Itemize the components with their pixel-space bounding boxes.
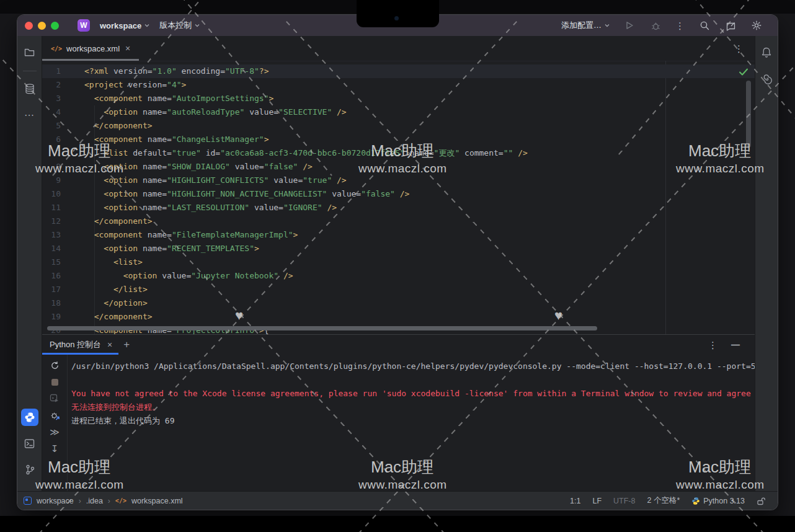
more-actions-menu[interactable]: ⋮: [675, 21, 685, 30]
close-console-tab-icon[interactable]: ×: [107, 340, 112, 350]
tab-workspace-xml[interactable]: </> workspace.xml ×: [42, 36, 139, 61]
close-window-button[interactable]: [25, 22, 33, 30]
search-everywhere-button[interactable]: [698, 19, 711, 32]
console-output[interactable]: /usr/bin/python3 /Applications/DataSpell…: [68, 355, 755, 492]
line-number: 4: [42, 105, 61, 119]
editor-options-menu[interactable]: ⋮: [734, 44, 744, 53]
project-tool-window-button[interactable]: [21, 43, 38, 61]
code-line[interactable]: 9 <option name="HIGHLIGHT_CONFLICTS" val…: [42, 174, 755, 187]
editor-area[interactable]: </> workspace.xml × ⋮ 1<?xml version="1.…: [42, 36, 755, 334]
code-line[interactable]: 2<project version="4">: [42, 78, 755, 92]
code-line[interactable]: 1<?xml version="1.0" encoding="UTF-8"?>: [42, 64, 755, 78]
code-line[interactable]: 16 <option value="Jupyter Notebook" />: [42, 269, 755, 283]
code-line[interactable]: 15 <list>: [42, 255, 755, 269]
code-editor[interactable]: 1<?xml version="1.0" encoding="UTF-8"?>2…: [42, 64, 755, 334]
python-console-tool-window-button[interactable]: [21, 409, 38, 426]
terminal-icon: [24, 438, 35, 450]
attach-debugger-icon: [50, 410, 60, 421]
python-interpreter-widget[interactable]: Python 3.13: [691, 497, 745, 505]
code-line[interactable]: 18 </option>: [42, 296, 755, 310]
ai-swirl-icon: [761, 73, 773, 84]
line-number: 7: [42, 146, 61, 160]
project-app-icon: W: [78, 19, 90, 32]
zoom-window-button[interactable]: [51, 22, 59, 30]
code-line[interactable]: 19 </component>: [42, 310, 755, 324]
version-control-tool-window-button[interactable]: [21, 461, 38, 478]
editor-vertical-scrollbar[interactable]: [746, 81, 751, 148]
line-number: 3: [42, 92, 61, 105]
tab-python-console[interactable]: Python 控制台 ×: [42, 335, 118, 355]
caret-position-widget[interactable]: 1:1: [570, 497, 580, 505]
ellipsis-icon: ⋯: [24, 109, 35, 121]
gear-icon: [751, 20, 762, 31]
code-line[interactable]: 7 <list default="true" id="ac0ca6a8-acf3…: [42, 146, 755, 160]
vcs-menu[interactable]: 版本控制: [159, 20, 200, 31]
console-options-menu[interactable]: ⋮: [708, 340, 717, 350]
hide-panel-button[interactable]: —: [731, 340, 740, 350]
project-icon: [24, 497, 32, 505]
code-line[interactable]: 12 </component>: [42, 215, 755, 228]
python-icon: [24, 412, 35, 423]
code-line[interactable]: 14 <option name="RECENT_TEMPLATES">: [42, 242, 755, 255]
terminal-tool-window-button[interactable]: [21, 435, 38, 452]
encoding-widget[interactable]: UTF-8: [613, 497, 635, 505]
line-number: 11: [42, 201, 61, 215]
xml-file-icon: </>: [115, 497, 127, 504]
line-number: 10: [42, 187, 61, 201]
restart-console-button[interactable]: [48, 358, 61, 372]
line-number: 6: [42, 133, 61, 146]
inspections-widget[interactable]: [735, 66, 752, 78]
code-line[interactable]: 5 </component>: [42, 119, 755, 133]
feedback-button[interactable]: [724, 19, 737, 32]
bell-icon: [761, 47, 772, 58]
run-configuration-selector[interactable]: 添加配置…: [561, 20, 610, 31]
new-console-button[interactable]: +: [123, 339, 130, 351]
console-history-button[interactable]: ≫: [48, 425, 61, 439]
code-line[interactable]: 8 <option name="SHOW_DIALOG" value="fals…: [42, 160, 755, 174]
code-line[interactable]: 11 <option name="LAST_RESOLUTION" value=…: [42, 201, 755, 215]
scroll-to-end-button[interactable]: ↧: [48, 442, 61, 456]
stop-console-button[interactable]: [48, 375, 61, 389]
attach-debugger-button[interactable]: [48, 409, 61, 422]
line-number: 15: [42, 255, 61, 269]
settings-button[interactable]: [750, 19, 763, 32]
console-line: You have not agreed to the Xcode license…: [71, 387, 755, 401]
stop-icon: [51, 378, 59, 386]
ai-assistant-button[interactable]: [758, 69, 775, 87]
breadcrumb-file[interactable]: workspace.xml: [131, 497, 183, 505]
console-line: [71, 373, 755, 387]
more-tool-windows-button[interactable]: ⋯: [21, 106, 38, 123]
notifications-button[interactable]: [758, 43, 775, 61]
minimize-window-button[interactable]: [38, 22, 46, 30]
python-logo-icon: [691, 497, 700, 505]
close-tab-icon[interactable]: ×: [125, 43, 130, 53]
line-number: 18: [42, 296, 61, 310]
code-line[interactable]: 3 <component name="AutoImportSettings">: [42, 92, 755, 105]
line-number: 14: [42, 242, 61, 255]
chevron-right-icon: ›: [79, 497, 81, 505]
line-number: 5: [42, 119, 61, 133]
project-name: workspace: [100, 21, 141, 30]
breadcrumb-project[interactable]: workspace: [37, 497, 74, 505]
indent-widget[interactable]: 2 个空格*: [647, 495, 680, 506]
status-bar: workspace › .idea › </> workspace.xml 1:…: [17, 491, 778, 510]
dataspell-window: W workspace 版本控制 添加配置… ⋮: [17, 15, 778, 510]
run-button[interactable]: [623, 19, 636, 32]
stripe-divider: [23, 71, 37, 71]
code-line[interactable]: 6 <component name="ChangeListManager">: [42, 133, 755, 146]
python-console-panel: Python 控制台 × + ⋮ —: [42, 334, 755, 492]
code-line[interactable]: 17 </list>: [42, 283, 755, 296]
readonly-toggle[interactable]: [757, 497, 765, 505]
execute-command-button[interactable]: [48, 392, 61, 406]
code-line[interactable]: 10 <option name="HIGHLIGHT_NON_ACTIVE_CH…: [42, 187, 755, 201]
line-ending-widget[interactable]: LF: [592, 497, 602, 505]
debug-button[interactable]: [649, 19, 662, 32]
code-line[interactable]: 13 <component name="FileTemplateManagerI…: [42, 228, 755, 242]
breadcrumb-idea-folder[interactable]: .idea: [86, 497, 103, 505]
database-tool-window-button[interactable]: [21, 80, 38, 97]
traffic-lights: [25, 22, 59, 30]
code-line[interactable]: 4 <option name="autoReloadType" value="S…: [42, 105, 755, 119]
console-line: /usr/bin/python3 /Applications/DataSpell…: [71, 360, 755, 373]
editor-horizontal-scrollbar[interactable]: [47, 326, 597, 330]
project-selector[interactable]: workspace: [100, 21, 149, 30]
